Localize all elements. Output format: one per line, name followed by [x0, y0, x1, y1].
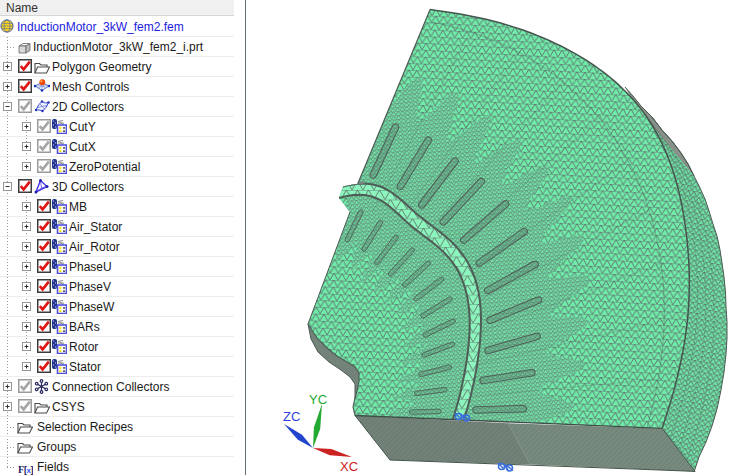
svg-text:ZC: ZC [283, 409, 300, 424]
svg-text:]: ] [31, 465, 34, 475]
svg-text:YC: YC [309, 392, 327, 407]
svg-text:XC: XC [340, 459, 358, 474]
